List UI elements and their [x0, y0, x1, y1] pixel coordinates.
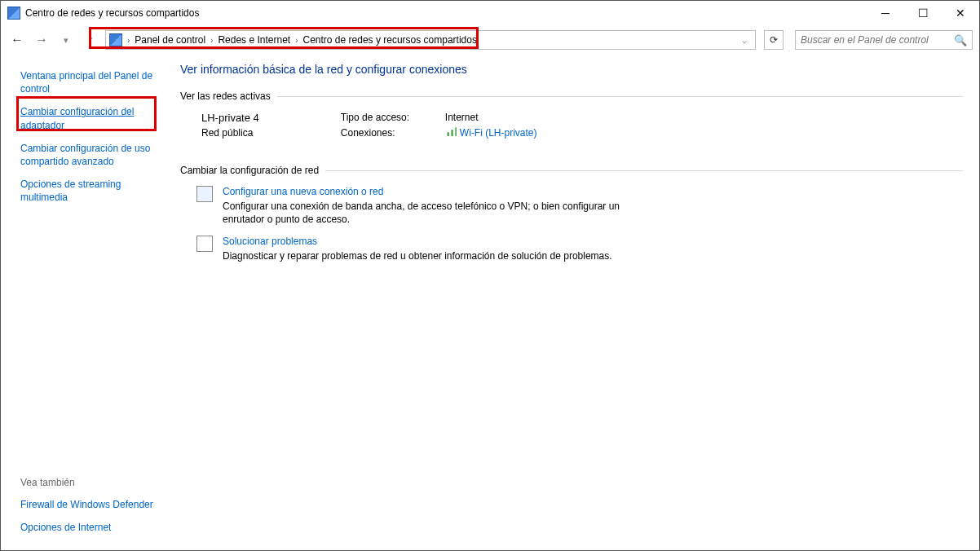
setup-connection-link[interactable]: Configurar una nueva conexión o red — [223, 186, 383, 197]
setup-connection-icon — [196, 186, 213, 202]
divider — [277, 96, 963, 97]
troubleshoot-desc: Diagnosticar y reparar problemas de red … — [223, 249, 612, 262]
connection-link[interactable]: Wi-Fi (LH-private) — [460, 127, 537, 139]
sidebar-link-control-panel-home[interactable]: Ventana principal del Panel de control — [20, 69, 161, 95]
see-also-heading: Vea también — [20, 477, 161, 488]
search-input[interactable] — [801, 34, 954, 46]
recent-locations-button[interactable]: ▾ — [56, 30, 76, 50]
chevron-right-icon[interactable]: › — [209, 36, 214, 45]
troubleshoot-icon — [196, 236, 213, 252]
chevron-right-icon[interactable]: › — [126, 36, 131, 45]
close-button[interactable]: ✕ — [942, 1, 979, 25]
address-dropdown-button[interactable]: ⌵ — [737, 36, 752, 45]
window-title: Centro de redes y recursos compartidos — [25, 7, 867, 19]
breadcrumb-seg-control-panel[interactable]: Panel de control — [135, 34, 205, 46]
minimize-button[interactable]: ─ — [867, 1, 904, 25]
troubleshoot-link[interactable]: Solucionar problemas — [223, 236, 317, 247]
back-button[interactable]: ← — [7, 30, 27, 50]
maximize-button[interactable]: ☐ — [904, 1, 942, 25]
wifi-signal-icon — [445, 126, 457, 136]
breadcrumb-seg-network-internet[interactable]: Redes e Internet — [218, 34, 290, 46]
chevron-right-icon[interactable]: › — [294, 36, 299, 45]
network-name: LH-private 4 — [201, 112, 259, 124]
access-type-label: Tipo de acceso: — [341, 112, 430, 123]
search-icon[interactable]: 🔍 — [954, 34, 967, 46]
active-networks-heading: Ver las redes activas — [180, 90, 271, 102]
setup-connection-desc: Configurar una conexión de banda ancha, … — [223, 200, 647, 226]
breadcrumb-seg-network-center[interactable]: Centro de redes y recursos compartidos — [303, 34, 477, 46]
page-title: Ver información básica de la red y confi… — [180, 63, 963, 76]
network-type: Red pública — [201, 127, 259, 139]
sidebar-link-advanced-sharing[interactable]: Cambiar configuración de uso compartido … — [20, 142, 161, 168]
sidebar-link-windows-firewall[interactable]: Firewall de Windows Defender — [20, 498, 161, 511]
access-type-value: Internet — [445, 112, 479, 123]
sidebar-link-media-streaming[interactable]: Opciones de streaming multimedia — [20, 178, 161, 204]
sidebar-link-internet-options[interactable]: Opciones de Internet — [20, 521, 161, 534]
change-network-settings-heading: Cambiar la configuración de red — [180, 165, 319, 176]
control-panel-icon — [109, 33, 122, 46]
forward-button: → — [32, 30, 51, 50]
divider — [325, 170, 963, 171]
refresh-button[interactable]: ⟳ — [764, 30, 784, 50]
search-box[interactable]: 🔍 — [795, 30, 973, 50]
connections-label: Conexiones: — [341, 127, 430, 139]
address-bar[interactable]: › Panel de control › Redes e Internet › … — [105, 30, 756, 50]
sidebar-link-adapter-settings[interactable]: Cambiar configuración del adaptador — [20, 105, 161, 131]
window-icon — [7, 7, 20, 20]
up-button[interactable]: ↑ — [81, 30, 100, 50]
